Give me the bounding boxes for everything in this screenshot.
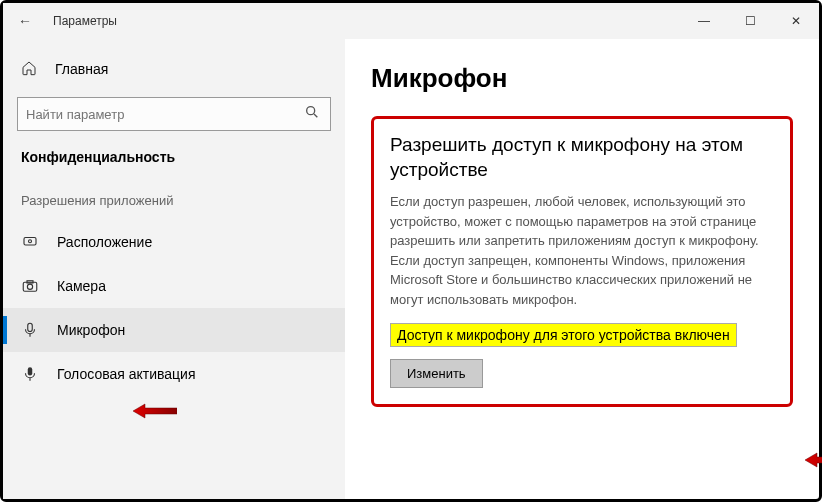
- sidebar-item-label: Расположение: [57, 234, 152, 250]
- window-title: Параметры: [47, 14, 117, 28]
- access-status: Доступ к микрофону для этого устройства …: [390, 323, 737, 347]
- search-input[interactable]: [26, 107, 304, 122]
- svg-rect-9: [28, 367, 33, 375]
- sidebar: Главная Конфиденциальность Разрешения пр…: [3, 39, 345, 499]
- svg-marker-10: [133, 404, 177, 418]
- svg-point-0: [307, 107, 315, 115]
- camera-icon: [21, 277, 43, 295]
- sidebar-item-voice-activation[interactable]: Голосовая активация: [3, 352, 345, 396]
- sidebar-item-label: Главная: [55, 61, 108, 77]
- svg-marker-11: [805, 453, 822, 467]
- svg-point-3: [29, 240, 32, 243]
- home-icon: [21, 60, 41, 79]
- sidebar-item-label: Микрофон: [57, 322, 125, 338]
- sidebar-item-label: Голосовая активация: [57, 366, 196, 382]
- sidebar-section-title: Конфиденциальность: [3, 143, 345, 183]
- section-heading: Разрешить доступ к микрофону на этом уст…: [390, 133, 774, 182]
- minimize-button[interactable]: —: [681, 3, 727, 39]
- content-area: Микрофон Разрешить доступ к микрофону на…: [345, 39, 819, 499]
- highlight-box: Разрешить доступ к микрофону на этом уст…: [371, 116, 793, 407]
- svg-rect-2: [24, 238, 36, 246]
- back-button[interactable]: ←: [3, 13, 47, 29]
- sidebar-subsection-title: Разрешения приложений: [3, 183, 345, 220]
- svg-line-1: [314, 114, 317, 117]
- svg-point-5: [27, 284, 32, 289]
- titlebar: ← Параметры — ☐ ✕: [3, 3, 819, 39]
- page-title: Микрофон: [371, 63, 793, 94]
- search-icon: [304, 104, 322, 124]
- section-description: Если доступ разрешен, любой человек, исп…: [390, 192, 774, 309]
- sidebar-item-camera[interactable]: Камера: [3, 264, 345, 308]
- voice-activation-icon: [21, 365, 43, 383]
- maximize-button[interactable]: ☐: [727, 3, 773, 39]
- sidebar-item-home[interactable]: Главная: [3, 49, 345, 89]
- sidebar-item-label: Камера: [57, 278, 106, 294]
- close-button[interactable]: ✕: [773, 3, 819, 39]
- annotation-arrow-icon: [805, 451, 822, 469]
- microphone-icon: [21, 321, 43, 339]
- sidebar-item-microphone[interactable]: Микрофон: [3, 308, 345, 352]
- sidebar-item-location[interactable]: Расположение: [3, 220, 345, 264]
- change-button[interactable]: Изменить: [390, 359, 483, 388]
- location-icon: [21, 233, 43, 251]
- search-input-wrapper[interactable]: [17, 97, 331, 131]
- svg-rect-7: [28, 323, 33, 331]
- annotation-arrow-icon: [133, 402, 177, 420]
